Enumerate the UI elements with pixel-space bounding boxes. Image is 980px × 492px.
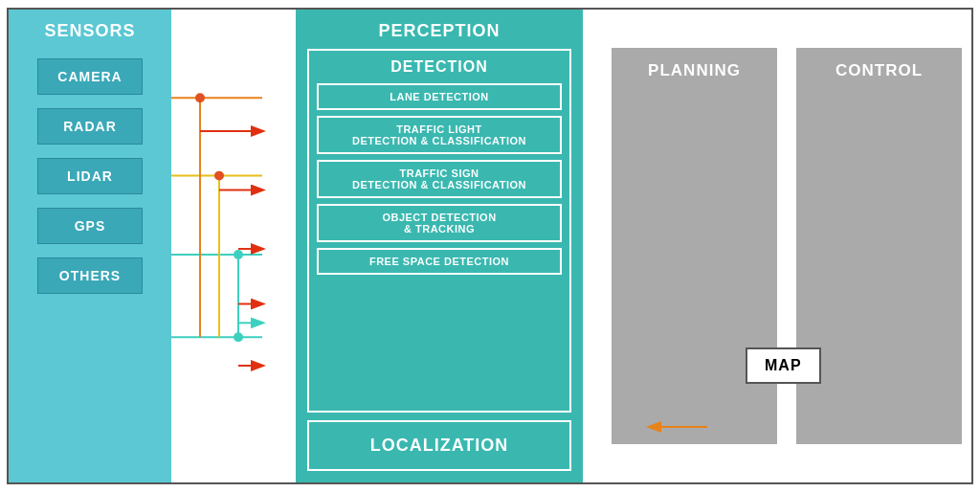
sensor-lidar: LIDAR — [37, 158, 143, 194]
planning-title: PLANNING — [648, 61, 741, 80]
right-area: PLANNING CONTROL MAP — [583, 10, 971, 482]
traffic-light-detection: TRAFFIC LIGHTDETECTION & CLASSIFICATION — [317, 116, 562, 154]
map-area: MAP — [640, 417, 721, 436]
perception-title: PERCEPTION — [307, 21, 571, 41]
sensors-panel: SENSORS CAMERA RADAR LIDAR GPS OTHERS — [9, 10, 171, 482]
svg-point-8 — [214, 171, 224, 181]
lane-detection: LANE DETECTION — [317, 83, 562, 110]
connections-area — [171, 10, 296, 482]
perception-panel: PERCEPTION DETECTION LANE DETECTION TRAF… — [296, 10, 583, 482]
map-box: MAP — [746, 347, 821, 384]
svg-point-9 — [234, 250, 243, 259]
sensors-title: SENSORS — [44, 21, 135, 41]
connections-svg — [171, 10, 296, 482]
sensor-camera: CAMERA — [37, 58, 143, 95]
svg-point-7 — [195, 93, 205, 102]
sensor-others: OTHERS — [37, 257, 143, 294]
sensor-gps: GPS — [37, 208, 143, 244]
detection-title: DETECTION — [317, 58, 562, 76]
localization-box: LOCALIZATION — [307, 420, 571, 471]
sensor-radar: RADAR — [37, 108, 143, 145]
control-panel: CONTROL — [796, 48, 962, 444]
svg-point-10 — [234, 332, 243, 342]
right-panels: PLANNING CONTROL — [583, 10, 971, 482]
map-arrow — [640, 417, 717, 436]
control-title: CONTROL — [835, 61, 923, 80]
diagram-wrapper: SENSORS CAMERA RADAR LIDAR GPS OTHERS — [7, 8, 973, 484]
detection-box: DETECTION LANE DETECTION TRAFFIC LIGHTDE… — [307, 49, 571, 413]
object-detection: OBJECT DETECTION& TRACKING — [317, 204, 562, 242]
planning-panel: PLANNING — [612, 48, 777, 444]
free-space-detection: FREE SPACE DETECTION — [317, 248, 562, 275]
traffic-sign-detection: TRAFFIC SIGNDETECTION & CLASSIFICATION — [317, 160, 562, 198]
